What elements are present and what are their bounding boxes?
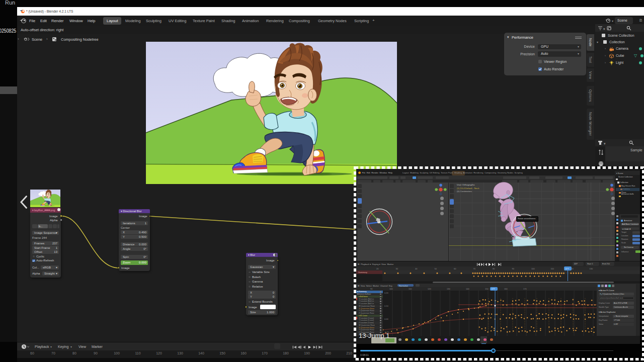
svg-text:▾: ▾: [604, 142, 606, 145]
svg-text:▾: ▾: [603, 27, 605, 31]
